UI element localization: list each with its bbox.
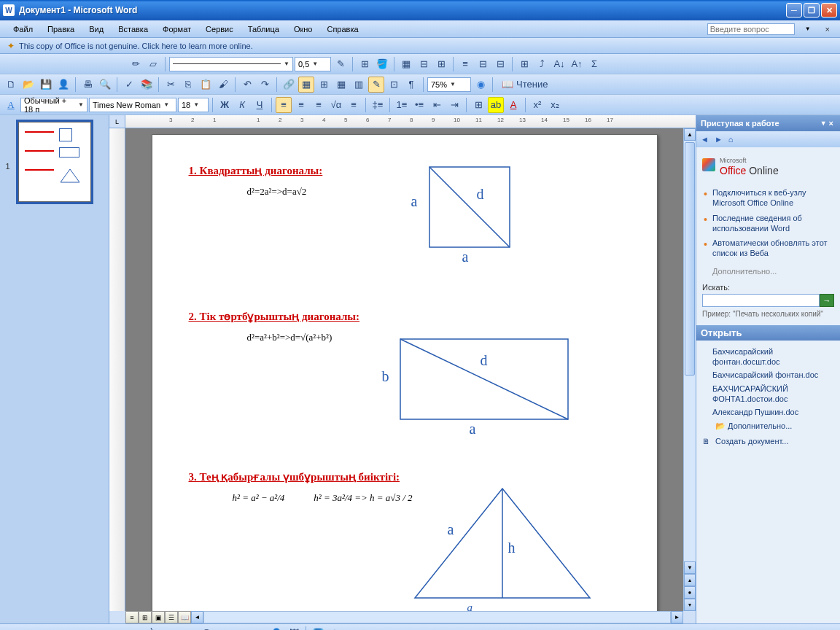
- picture-icon[interactable]: 🖼: [286, 626, 302, 631]
- next-page-icon[interactable]: ▾: [684, 599, 696, 611]
- menu-insert[interactable]: Вставка: [111, 23, 155, 36]
- minimize-button[interactable]: ─: [786, 3, 802, 18]
- tp-more-link[interactable]: Дополнительно...: [702, 267, 834, 276]
- browse-object-icon[interactable]: ●: [684, 586, 696, 599]
- fontsize-combo[interactable]: 18▼: [178, 98, 209, 112]
- menu-help[interactable]: Справка: [319, 23, 365, 36]
- tp-file-2[interactable]: БАХЧИСАРАЙСКИЙ ФОНТА1.doстои.doc: [702, 382, 834, 406]
- borders-icon[interactable]: ⊞: [357, 56, 373, 72]
- new-icon[interactable]: 🗋: [3, 77, 19, 93]
- tp-link-autoupdate[interactable]: Автоматически обновлять этот список из В…: [702, 236, 834, 261]
- document-page[interactable]: 1. Квадраттың диагоналы: d²=2a²=>d=a√2 a…: [152, 134, 658, 611]
- tp-files-more[interactable]: 📂 Дополнительно...: [702, 419, 834, 432]
- 3d-icon[interactable]: ◧: [432, 626, 448, 631]
- format-painter-icon[interactable]: 🖌: [215, 77, 231, 93]
- shadow-icon[interactable]: ▪: [415, 626, 431, 631]
- align-center-icon[interactable]: ≡: [293, 97, 309, 113]
- docmap-icon[interactable]: ⊡: [386, 77, 402, 93]
- line-color-icon[interactable]: ✎: [327, 626, 343, 631]
- preview-icon[interactable]: 🔍: [97, 77, 113, 93]
- tp-file-1[interactable]: Бахчисарайский фонтан.doc: [702, 368, 834, 381]
- bold-icon[interactable]: Ж: [217, 97, 233, 113]
- tp-create-doc[interactable]: Создать документ...: [702, 432, 834, 447]
- tp-file-0[interactable]: Бахчисарайский фонтан.docшт.doc: [702, 345, 834, 369]
- select-objects-icon[interactable]: ↖: [63, 626, 79, 631]
- cut-icon[interactable]: ✂: [163, 77, 179, 93]
- drawing-toggle-icon[interactable]: ✎: [368, 77, 384, 93]
- menu-window[interactable]: Окно: [287, 23, 320, 36]
- font-color2-icon[interactable]: A: [345, 626, 361, 631]
- help-icon[interactable]: ◉: [472, 77, 489, 93]
- show-marks-icon[interactable]: ¶: [403, 77, 419, 93]
- horizontal-scrollbar[interactable]: [203, 611, 671, 623]
- print-icon[interactable]: 🖶: [79, 77, 96, 93]
- menu-format[interactable]: Формат: [155, 23, 198, 36]
- merge-cells-icon[interactable]: ⊟: [416, 56, 432, 72]
- redo-icon[interactable]: ↷: [257, 77, 273, 93]
- scroll-up-icon[interactable]: ▲: [684, 128, 696, 141]
- outline-view-icon[interactable]: ☰: [165, 611, 178, 623]
- diagram-icon[interactable]: ◈: [251, 626, 267, 631]
- columns-icon[interactable]: ▥: [351, 77, 367, 93]
- spellcheck-icon[interactable]: ✓: [121, 77, 137, 93]
- wordart-icon[interactable]: А: [233, 626, 249, 631]
- tp-search-go-button[interactable]: →: [820, 294, 834, 307]
- superscript-icon[interactable]: x²: [529, 97, 545, 113]
- indent-icon[interactable]: ⇥: [446, 97, 462, 113]
- clipart-icon[interactable]: 👤: [268, 626, 284, 631]
- align-left-icon[interactable]: ≡: [276, 97, 292, 113]
- taskpane-fwd-icon[interactable]: ►: [715, 135, 723, 144]
- menu-view[interactable]: Вид: [82, 23, 111, 36]
- taskpane-dropdown-icon[interactable]: ▼: [820, 120, 827, 127]
- taskpane-home-icon[interactable]: ⌂: [728, 135, 734, 144]
- sort-desc-icon[interactable]: A↑: [569, 56, 585, 72]
- document-scroll-area[interactable]: 1. Квадраттың диагоналы: d²=2a²=>d=a√2 a…: [125, 128, 683, 611]
- highlight-icon[interactable]: ab: [488, 97, 504, 113]
- autosum-icon[interactable]: Σ: [586, 56, 602, 72]
- line-style-combo[interactable]: ▼: [169, 57, 293, 71]
- rectangle-icon[interactable]: ▭: [181, 626, 197, 631]
- dash-style-icon[interactable]: ⋯: [380, 626, 396, 631]
- underline-icon[interactable]: Ч: [252, 97, 268, 113]
- tp-link-connect[interactable]: Подключиться к веб-узлу Microsoft Office…: [702, 185, 834, 211]
- italic-icon[interactable]: К: [234, 97, 250, 113]
- scroll-down-icon[interactable]: ▼: [684, 561, 696, 574]
- autoformat-icon[interactable]: ⊞: [516, 56, 532, 72]
- insert-table-icon[interactable]: ▦: [398, 56, 414, 72]
- menu-edit[interactable]: Правка: [40, 23, 82, 36]
- page-thumbnail-1[interactable]: 1: [18, 122, 91, 202]
- horizontal-ruler[interactable]: L 321 123 456 789 101112 131415 1617: [109, 115, 696, 128]
- undo-icon[interactable]: ↶: [239, 77, 255, 93]
- scroll-left-icon[interactable]: ◄: [191, 611, 203, 623]
- web-view-icon[interactable]: ⊞: [139, 611, 152, 623]
- hyperlink-icon[interactable]: 🔗: [281, 77, 297, 93]
- fill-color-icon[interactable]: 🪣: [310, 626, 326, 631]
- border-color-icon[interactable]: ✎: [332, 56, 349, 72]
- text-direction-icon[interactable]: ⤴: [534, 56, 550, 72]
- sort-asc-icon[interactable]: A↓: [551, 56, 567, 72]
- numbering-icon[interactable]: 1≡: [394, 97, 410, 113]
- reading-view-icon[interactable]: 📖: [178, 611, 191, 623]
- align-right-icon[interactable]: ≡: [311, 97, 327, 113]
- help-search-input[interactable]: [707, 23, 795, 35]
- print-view-icon[interactable]: ▣: [152, 611, 165, 623]
- permission-icon[interactable]: 👤: [55, 77, 71, 93]
- taskpane-back-icon[interactable]: ◄: [701, 135, 709, 144]
- font-color-icon[interactable]: A: [505, 97, 521, 113]
- line-icon[interactable]: ╲: [146, 626, 162, 631]
- menu-file[interactable]: Файл: [6, 23, 40, 36]
- draw-table-icon[interactable]: ✏: [128, 56, 144, 72]
- outdent-icon[interactable]: ⇤: [429, 97, 445, 113]
- tp-file-3[interactable]: Александр Пушкин.doc: [702, 405, 834, 419]
- insert-table2-icon[interactable]: ⊞: [316, 77, 332, 93]
- menu-table[interactable]: Таблица: [241, 23, 287, 36]
- borders2-icon[interactable]: ⊞: [470, 97, 486, 113]
- vertical-ruler[interactable]: [109, 128, 125, 611]
- vertical-scrollbar[interactable]: ▲ ▼ ▴ ● ▾: [683, 128, 696, 611]
- copy-icon[interactable]: ⎘: [180, 77, 196, 93]
- equation-icon[interactable]: √α: [328, 97, 344, 113]
- research-icon[interactable]: 📚: [139, 77, 155, 93]
- bullets-icon[interactable]: •≡: [411, 97, 427, 113]
- line-spacing-icon[interactable]: ‡≡: [370, 97, 386, 113]
- tp-link-news[interactable]: Последние сведения об использовании Word: [702, 211, 834, 236]
